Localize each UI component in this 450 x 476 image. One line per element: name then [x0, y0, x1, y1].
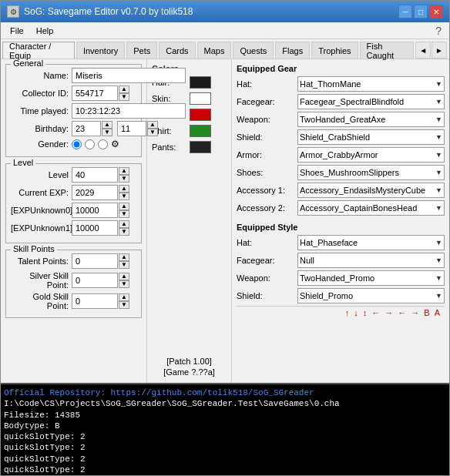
gear-armor-select[interactable]: Armor_CrabbyArmor ▼: [297, 147, 445, 163]
level-input[interactable]: [72, 167, 118, 183]
menu-bar: File Help ?: [1, 22, 449, 39]
gender-radio-1-input[interactable]: [72, 139, 82, 149]
level-down[interactable]: ▼: [119, 175, 129, 183]
menu-help[interactable]: Help: [30, 25, 60, 37]
talent-input[interactable]: [72, 253, 118, 269]
exp-unknown1-input[interactable]: [72, 220, 118, 236]
gender-radio-2[interactable]: [85, 139, 95, 149]
minimize-button[interactable]: ─: [398, 5, 412, 18]
gender-radio-3-input[interactable]: [98, 139, 108, 149]
help-icon[interactable]: ?: [431, 25, 446, 37]
exp-unknown0-down[interactable]: ▼: [119, 210, 129, 218]
console-line: I:\Code\CS\Projects\SoG_SGreader\SoG_SGr…: [4, 398, 446, 409]
style-hat-select[interactable]: Hat_Phaseface ▼: [297, 235, 445, 250]
gender-radio-2-input[interactable]: [85, 139, 95, 149]
birthday-month-input[interactable]: [72, 121, 101, 136]
gear-facegear-select[interactable]: Facegear_SpectralBlindfold ▼: [297, 94, 445, 109]
exp-unknown1-down[interactable]: ▼: [119, 228, 129, 236]
hair-color-swatch[interactable]: [190, 76, 211, 89]
name-input[interactable]: [72, 68, 186, 83]
maximize-button[interactable]: □: [414, 5, 428, 18]
gear-shoes-select[interactable]: Shoes_MushroomSlippers ▼: [297, 165, 445, 180]
close-button[interactable]: ✕: [429, 5, 443, 18]
tab-cards[interactable]: Cards: [159, 42, 195, 59]
style-shield-value: Shield_Promo: [300, 291, 435, 300]
style-shield-select[interactable]: Shield_Promo ▼: [297, 288, 445, 303]
style-facegear-row: Facegear: Null ▼: [237, 253, 445, 268]
nav-next[interactable]: →: [409, 308, 421, 317]
nav-a[interactable]: A: [433, 308, 442, 317]
collector-down[interactable]: ▼: [119, 93, 129, 101]
exp-spinner: ▲ ▼: [72, 185, 129, 200]
poncho-color-swatch[interactable]: [190, 109, 211, 121]
style-weapon-select[interactable]: TwoHanded_Promo ▼: [297, 270, 445, 286]
tab-pets[interactable]: Pets: [126, 42, 157, 59]
birthday-month-down[interactable]: ▼: [102, 129, 112, 136]
gold-up[interactable]: ▲: [119, 293, 129, 301]
gear-shoes-label: Shoes:: [237, 168, 294, 177]
collector-spinner: ▲ ▼: [72, 85, 129, 101]
skin-color-swatch[interactable]: [190, 92, 211, 105]
exp-down[interactable]: ▼: [119, 193, 129, 200]
style-weapon-arrow: ▼: [435, 274, 442, 282]
nav-down[interactable]: ↓: [352, 308, 360, 317]
gear-shield-select[interactable]: Shield_CrabShield ▼: [297, 129, 445, 145]
tab-trophies[interactable]: Trophies: [311, 42, 358, 59]
nav-prev[interactable]: ←: [396, 308, 408, 317]
tab-inventory[interactable]: Inventory: [76, 42, 125, 59]
tab-fish-caught[interactable]: Fish Caught: [360, 42, 415, 59]
nav-b[interactable]: B: [422, 308, 431, 317]
exp-unknown0-up[interactable]: ▲: [119, 203, 129, 210]
gear-shield-value: Shield_CrabShield: [300, 132, 435, 142]
exp-up[interactable]: ▲: [119, 185, 129, 193]
tab-flags[interactable]: Flags: [275, 42, 310, 59]
gear-acc2-select[interactable]: Accessory_CaptainBonesHead ▼: [297, 200, 445, 216]
nav-updown[interactable]: ↕: [361, 308, 369, 317]
exp-input[interactable]: [72, 185, 118, 200]
silver-row: Silver Skill Point: ▲ ▼: [11, 271, 136, 290]
tab-nav-right[interactable]: ►: [432, 42, 447, 59]
right-panel: Equipped Gear Hat: Hat_ThornMane ▼ Faceg…: [232, 59, 449, 383]
nav-right-small[interactable]: →: [383, 308, 395, 317]
time-input[interactable]: [72, 103, 186, 119]
gear-acc1-select[interactable]: Accessory_EndasilsMysteryCube ▼: [297, 183, 445, 198]
gear-hat-select[interactable]: Hat_ThornMane ▼: [297, 76, 445, 92]
tab-maps[interactable]: Maps: [197, 42, 232, 59]
style-facegear-select[interactable]: Null ▼: [297, 253, 445, 268]
pants-color-swatch[interactable]: [190, 141, 211, 153]
gear-acc1-row: Accessory 1: Accessory_EndasilsMysteryCu…: [237, 183, 445, 198]
console-line: Bodytype: B: [4, 421, 446, 431]
birthday-month-up[interactable]: ▲: [102, 121, 112, 129]
console-panel[interactable]: Official Repository: https://github.com/…: [1, 383, 449, 475]
birthday-day-down[interactable]: ▼: [147, 129, 158, 136]
nav-left-small[interactable]: ←: [370, 308, 381, 317]
silver-input[interactable]: [72, 273, 118, 288]
tab-character-equip[interactable]: Character / Equip: [2, 42, 75, 59]
exp-unknown0-spinner: ▲ ▼: [72, 203, 129, 218]
tab-nav-left[interactable]: ◄: [415, 42, 431, 59]
talent-down[interactable]: ▼: [119, 261, 129, 269]
exp-unknown0-input[interactable]: [72, 203, 118, 218]
birthday-day-input[interactable]: [117, 121, 146, 136]
silver-down[interactable]: ▼: [119, 280, 129, 288]
gold-input[interactable]: [72, 293, 118, 309]
talent-up[interactable]: ▲: [119, 253, 129, 261]
style-hat-value: Hat_Phaseface: [300, 238, 435, 247]
exp-unknown1-up[interactable]: ▲: [119, 220, 129, 228]
tab-quests[interactable]: Quests: [233, 42, 274, 59]
gear-hat-value: Hat_ThornMane: [300, 79, 435, 89]
gold-label: Gold Skill Point:: [11, 292, 69, 310]
silver-up[interactable]: ▲: [119, 273, 129, 280]
collector-up[interactable]: ▲: [119, 85, 129, 93]
menu-file[interactable]: File: [4, 25, 30, 37]
gear-shield-arrow: ▼: [435, 133, 442, 141]
level-up[interactable]: ▲: [119, 167, 129, 175]
gender-radio-3[interactable]: [98, 139, 108, 149]
birthday-day-up[interactable]: ▲: [147, 121, 158, 129]
gold-down[interactable]: ▼: [119, 301, 129, 309]
gender-radio-1[interactable]: [72, 139, 82, 149]
gear-weapon-select[interactable]: TwoHanded_GreatAxe ▼: [297, 112, 445, 127]
shirt-color-swatch[interactable]: [190, 125, 211, 137]
nav-up[interactable]: ↑: [344, 308, 351, 317]
collector-input[interactable]: [72, 85, 118, 101]
